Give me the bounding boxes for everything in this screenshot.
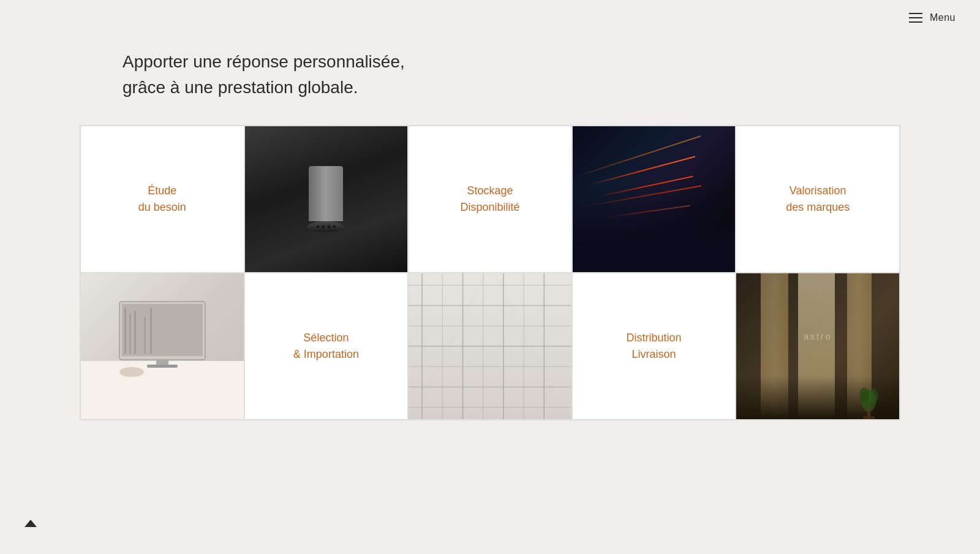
svg-rect-3 <box>129 314 131 354</box>
cell-valorisation-text: Valorisation des marques <box>786 183 850 216</box>
lens-dot-2 <box>322 225 325 229</box>
cell-stockage-text: Stockage Disponibilité <box>460 183 519 216</box>
svg-point-28 <box>869 389 878 403</box>
menu-line-3 <box>909 21 922 23</box>
city-image <box>573 126 736 272</box>
cell-stockage[interactable]: Stockage Disponibilité <box>408 126 572 273</box>
cell-etude-text: Étude du besoin <box>138 183 186 216</box>
spotlight-shape <box>307 166 344 232</box>
lens-dot-3 <box>327 225 331 229</box>
svg-point-9 <box>119 367 144 377</box>
lens-dot-1 <box>316 225 320 229</box>
cell-showroom-image[interactable]: astro <box>736 273 900 420</box>
computer-image <box>81 273 244 419</box>
building-silhouette <box>573 184 736 272</box>
chevron-up-icon <box>24 520 37 527</box>
svg-rect-4 <box>134 311 136 354</box>
svg-point-27 <box>859 387 869 402</box>
streak-1 <box>589 156 695 186</box>
svg-rect-2 <box>124 308 126 354</box>
header: Menu <box>884 0 980 36</box>
cell-distribution-text: Distribution Livraison <box>627 330 682 363</box>
cylinder-head <box>307 221 344 232</box>
menu-icon[interactable] <box>909 13 922 23</box>
monitor-svg <box>113 298 211 378</box>
warehouse-svg <box>409 273 571 419</box>
cell-computer-image[interactable] <box>80 273 244 420</box>
plant-icon <box>858 382 880 419</box>
menu-line-2 <box>909 17 922 18</box>
services-grid: Étude du besoin Stockage Disponibilité <box>80 125 900 420</box>
menu-label[interactable]: Menu <box>930 12 956 23</box>
cell-selection[interactable]: Sélection & Importation <box>244 273 409 420</box>
svg-rect-6 <box>150 308 152 354</box>
svg-rect-5 <box>144 317 146 354</box>
spotlight-image <box>245 126 408 272</box>
cell-distribution[interactable]: Distribution Livraison <box>572 273 736 420</box>
warehouse-image <box>409 273 571 419</box>
back-to-top-button[interactable] <box>18 511 43 536</box>
cell-selection-text: Sélection & Importation <box>293 330 359 363</box>
cylinder-body <box>309 166 343 221</box>
svg-rect-30 <box>863 416 875 419</box>
showroom-image: astro <box>736 273 899 419</box>
cell-etude[interactable]: Étude du besoin <box>80 126 244 273</box>
cell-valorisation[interactable]: Valorisation des marques <box>736 126 900 273</box>
svg-rect-1 <box>122 304 203 356</box>
headline-section: Apporter une réponse personnalisée, grâc… <box>0 0 980 125</box>
svg-rect-8 <box>147 365 178 368</box>
menu-line-1 <box>909 13 922 14</box>
lens-dot-4 <box>333 225 336 229</box>
astro-brand-text: astro <box>804 332 832 341</box>
cell-warehouse-image[interactable] <box>408 273 572 420</box>
svg-rect-7 <box>156 360 168 365</box>
cell-spotlight-image[interactable] <box>244 126 409 273</box>
headline-text: Apporter une réponse personnalisée, grâc… <box>123 49 980 101</box>
cell-city-image[interactable] <box>572 126 736 273</box>
